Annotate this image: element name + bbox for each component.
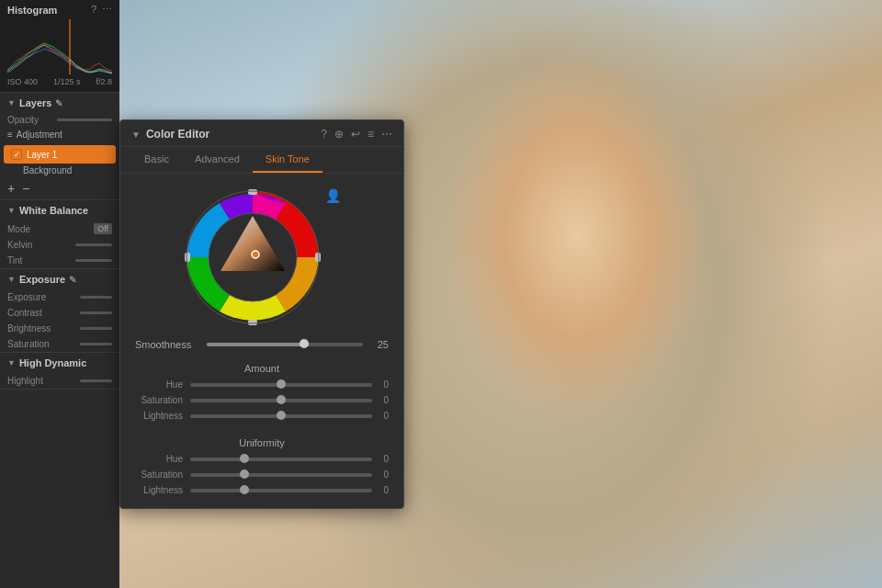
amount-light-label: Lightness: [135, 411, 190, 421]
svg-point-4: [252, 251, 259, 258]
layers-chevron: ▼: [7, 98, 16, 107]
layers-footer: + −: [0, 177, 119, 199]
wb-kelvin-slider[interactable]: [75, 243, 112, 246]
unif-light-value: 0: [372, 485, 389, 495]
layer1-check-icon: ✓: [14, 151, 20, 159]
svg-rect-5: [248, 189, 257, 195]
remove-layer-button[interactable]: −: [22, 181, 29, 196]
tab-advanced[interactable]: Advanced: [182, 147, 253, 173]
exposure-slider[interactable]: [80, 296, 112, 299]
hdr-section: ▼ High Dynamic Highlight: [0, 353, 119, 390]
histogram-section: Histogram ? ⋯ ISO 400 1/125 s: [0, 0, 119, 93]
hdr-header[interactable]: ▼ High Dynamic: [0, 353, 119, 373]
wb-kelvin-row: Kelvin: [0, 237, 119, 253]
wb-header[interactable]: ▼ White Balance: [0, 200, 119, 220]
layers-title: Layers: [19, 97, 51, 108]
svg-rect-8: [315, 253, 321, 262]
saturation-row: Saturation: [0, 336, 119, 352]
tab-basic[interactable]: Basic: [131, 147, 182, 173]
layer1-checkbox[interactable]: ✓: [11, 149, 22, 160]
smoothness-row: Smoothness 25: [120, 335, 403, 359]
wb-tint-row: Tint: [0, 253, 119, 268]
ce-more-icon[interactable]: ⋯: [381, 128, 392, 141]
exposure-title: Exposure: [19, 274, 65, 285]
white-balance-section: ▼ White Balance Mode Off Kelvin Tint: [0, 200, 119, 269]
svg-rect-6: [248, 320, 257, 325]
unif-hue-slider[interactable]: [190, 458, 372, 461]
amount-sat-slider[interactable]: [190, 399, 372, 402]
layer1-name: Layer 1: [27, 150, 57, 160]
svg-rect-7: [185, 253, 190, 262]
histogram-question[interactable]: ?: [91, 4, 96, 16]
layers-header[interactable]: ▼ Layers ✎: [0, 93, 119, 113]
brightness-slider[interactable]: [80, 327, 112, 330]
contrast-label: Contrast: [7, 308, 58, 318]
brightness-label: Brightness: [7, 323, 58, 334]
histogram-canvas: [7, 19, 112, 74]
amount-light-slider[interactable]: [190, 414, 372, 418]
layer1-item[interactable]: ✓ Layer 1: [4, 145, 116, 164]
unif-hue-label: Hue: [135, 454, 190, 464]
add-layer-button[interactable]: +: [7, 181, 15, 196]
adjustment-button[interactable]: ≡ Adjustment: [7, 128, 112, 141]
smoothness-thumb: [300, 339, 309, 348]
ce-question-icon[interactable]: ?: [321, 128, 327, 141]
layers-edit-icon[interactable]: ✎: [55, 98, 62, 108]
opacity-label: Opacity: [7, 115, 39, 125]
highlight-slider[interactable]: [80, 379, 112, 382]
contrast-slider[interactable]: [80, 311, 112, 314]
iso-value: ISO 400: [7, 77, 38, 86]
exposure-header[interactable]: ▼ Exposure ✎: [0, 269, 119, 289]
tab-skin-tone[interactable]: Skin Tone: [253, 147, 322, 173]
hdr-highlight-row: Highlight: [0, 373, 119, 389]
ce-list-icon[interactable]: ≡: [368, 128, 374, 141]
wb-tint-slider[interactable]: [75, 259, 112, 262]
amount-light-value: 0: [372, 411, 389, 421]
amount-sat-value: 0: [372, 395, 389, 405]
unif-sat-value: 0: [372, 469, 389, 480]
uniformity-section: Uniformity Hue 0 Saturation 0 Lightness …: [120, 434, 403, 508]
wb-title: White Balance: [19, 205, 88, 216]
saturation-slider[interactable]: [80, 343, 112, 345]
amount-light-row: Lightness 0: [135, 411, 389, 421]
smoothness-value: 25: [370, 339, 389, 350]
wb-mode-label: Mode: [7, 224, 44, 234]
ce-undo-icon[interactable]: ↩: [351, 128, 360, 141]
unif-light-slider[interactable]: [190, 489, 372, 492]
saturation-label: Saturation: [7, 339, 58, 349]
layers-section: ▼ Layers ✎ Opacity ≡ Adjustment ✓ Layer …: [0, 93, 119, 200]
wb-chevron: ▼: [7, 206, 16, 215]
histogram-title: Histogram: [7, 5, 57, 16]
aperture-value: f/2.8: [96, 77, 112, 86]
background-layer[interactable]: Background: [16, 164, 119, 177]
amount-hue-thumb: [277, 379, 286, 389]
ce-target-icon[interactable]: ⊕: [334, 128, 344, 141]
histogram-more[interactable]: ⋯: [102, 4, 112, 16]
wb-mode-value[interactable]: Off: [94, 223, 112, 234]
amount-title: Amount: [135, 359, 389, 379]
unif-sat-slider[interactable]: [190, 473, 372, 477]
amount-hue-slider[interactable]: [190, 383, 372, 387]
highlight-label: Highlight: [7, 376, 58, 386]
exposure-chevron: ▼: [7, 275, 16, 284]
color-wheel[interactable]: [184, 188, 322, 326]
person-icon: 👤: [325, 188, 341, 326]
wb-tint-label: Tint: [7, 255, 44, 266]
opacity-slider[interactable]: [57, 119, 112, 121]
unif-sat-thumb: [240, 469, 249, 479]
wb-mode-row: Mode Off: [0, 220, 119, 237]
unif-hue-value: 0: [372, 454, 389, 464]
unif-hue-row: Hue 0: [135, 454, 389, 464]
histogram-graph: [7, 19, 112, 74]
smoothness-slider[interactable]: [207, 343, 363, 346]
color-wheel-container: 👤: [120, 174, 403, 335]
ce-collapse-button[interactable]: ▼: [131, 130, 141, 140]
uniformity-title: Uniformity: [135, 434, 389, 454]
ce-header: ▼ Color Editor ? ⊕ ↩ ≡ ⋯: [120, 120, 403, 147]
ce-title: Color Editor: [146, 128, 321, 141]
exposure-edit-icon[interactable]: ✎: [69, 275, 76, 285]
left-panel: Histogram ? ⋯ ISO 400 1/125 s: [0, 0, 119, 588]
unif-light-label: Lightness: [135, 485, 190, 495]
ce-tabs: Basic Advanced Skin Tone: [120, 147, 403, 174]
hdr-title: High Dynamic: [19, 357, 86, 368]
